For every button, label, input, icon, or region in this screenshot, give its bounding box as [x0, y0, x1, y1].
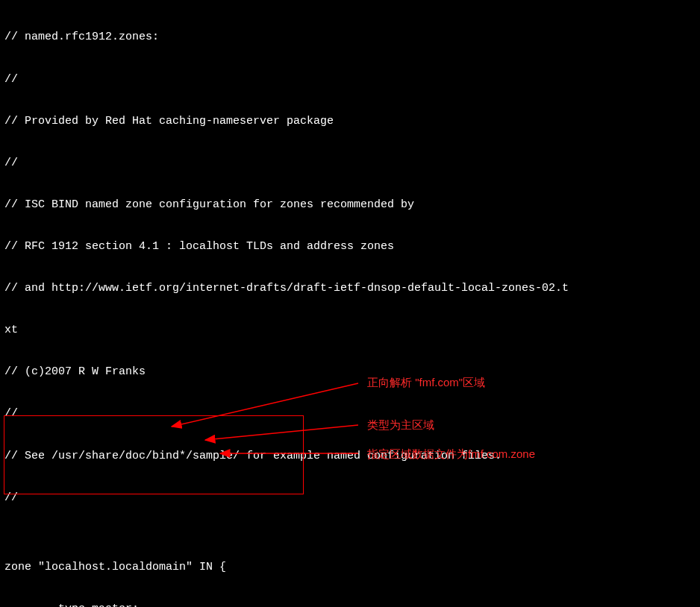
- code-line: type master;: [4, 603, 569, 607]
- code-line: //: [4, 73, 569, 87]
- code-line: // (c)2007 R W Franks: [4, 365, 569, 380]
- code-line: // and http://www.ietf.org/internet-draf…: [4, 282, 569, 296]
- code-line: xt: [4, 324, 569, 338]
- code-line: // named.rfc1912.zones:: [4, 31, 569, 45]
- code-line: // RFC 1912 section 4.1 : localhost TLDs…: [4, 240, 569, 254]
- code-line: zone "localhost.localdomain" IN {: [4, 561, 569, 575]
- code-line: // ISC BIND named zone configuration for…: [4, 198, 569, 213]
- code-line: // Provided by Red Hat caching-nameserve…: [4, 115, 569, 129]
- code-line: //: [4, 491, 569, 506]
- code-line: // See /usr/share/doc/bind*/sample/ for …: [4, 450, 569, 464]
- code-line: //: [4, 407, 569, 421]
- code-line: //: [4, 157, 569, 171]
- terminal-viewport[interactable]: // named.rfc1912.zones: // // Provided b…: [4, 3, 569, 607]
